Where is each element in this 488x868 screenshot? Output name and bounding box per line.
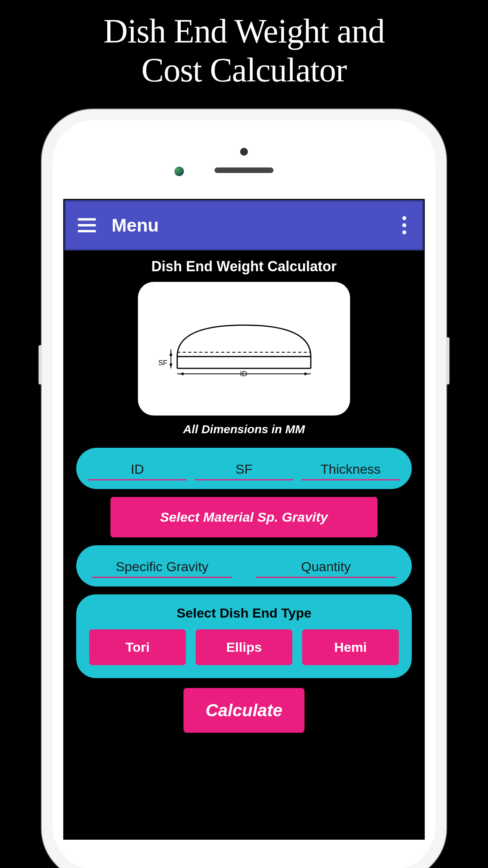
- ellips-button[interactable]: Ellips: [196, 629, 292, 665]
- phone-front-camera: [174, 167, 184, 176]
- inputs-row-2: Specific Gravity Quantity: [76, 545, 412, 587]
- promo-title-line1: Dish End Weight and: [103, 12, 384, 50]
- thickness-input[interactable]: Thickness: [301, 462, 400, 480]
- dish-diagram: SF ID: [138, 282, 350, 416]
- id-input[interactable]: ID: [88, 462, 187, 480]
- phone-speaker: [215, 167, 273, 173]
- inputs-row-1: ID SF Thickness: [76, 448, 412, 489]
- tori-button[interactable]: Tori: [89, 629, 186, 665]
- svg-marker-7: [169, 364, 172, 368]
- content-area: Dish End Weight Calculator SF: [64, 250, 424, 733]
- promo-title-line2: Cost Calculator: [141, 51, 347, 89]
- specific-gravity-input[interactable]: Specific Gravity: [92, 559, 232, 578]
- hamburger-icon[interactable]: [78, 218, 96, 232]
- dish-type-buttons: Tori Ellips Hemi: [89, 629, 399, 665]
- dish-type-title: Select Dish End Type: [89, 605, 399, 621]
- menu-label: Menu: [112, 215, 159, 236]
- promo-title: Dish End Weight and Cost Calculator: [0, 0, 488, 97]
- calculate-button[interactable]: Calculate: [183, 688, 305, 733]
- svg-marker-6: [169, 352, 172, 356]
- phone-inner: Menu Dish End Weight Calculator: [53, 120, 435, 868]
- dish-diagram-svg: SF ID: [154, 309, 334, 388]
- diagram-id-label: ID: [240, 370, 247, 378]
- diagram-sf-label: SF: [158, 359, 167, 367]
- sf-input[interactable]: SF: [194, 462, 293, 480]
- phone-frame: Menu Dish End Weight Calculator: [42, 109, 446, 868]
- app-screen: Menu Dish End Weight Calculator: [63, 199, 425, 840]
- app-bar: Menu: [64, 200, 424, 250]
- phone-camera-dot: [240, 148, 248, 156]
- dish-type-panel: Select Dish End Type Tori Ellips Hemi: [76, 594, 412, 678]
- select-material-button[interactable]: Select Material Sp. Gravity: [110, 497, 378, 537]
- dimensions-note: All Dimensions in MM: [76, 423, 412, 436]
- phone-side-button-right: [446, 337, 449, 384]
- phone-side-button-left: [39, 345, 42, 384]
- page-title: Dish End Weight Calculator: [76, 258, 412, 275]
- hemi-button[interactable]: Hemi: [302, 629, 399, 665]
- svg-marker-9: [180, 372, 183, 375]
- svg-marker-10: [305, 372, 308, 375]
- overflow-menu-icon[interactable]: [398, 212, 410, 238]
- quantity-input[interactable]: Quantity: [256, 559, 396, 578]
